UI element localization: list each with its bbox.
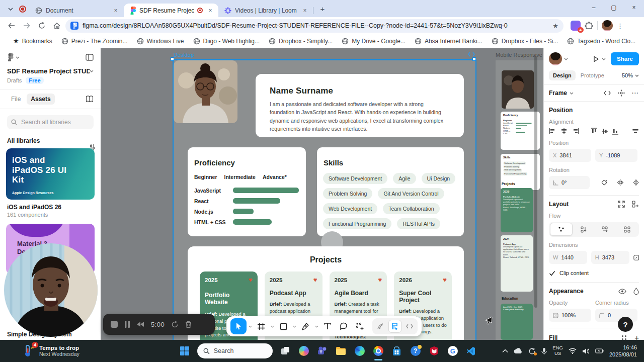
resume-proficiency-card[interactable]: Proficiency Beginner Intermediate Advanc…: [188, 147, 306, 236]
bookmark-item[interactable]: Dropbox - Files - Si...: [488, 36, 562, 46]
opacity-input[interactable]: 100%: [549, 309, 591, 322]
more-options-icon[interactable]: ···: [632, 90, 639, 96]
mcafee-icon[interactable]: [428, 345, 440, 357]
dev-code-icon[interactable]: [604, 90, 611, 96]
bookmark-item[interactable]: Dropbox - Simplify...: [265, 36, 337, 46]
address-bar[interactable]: figma.com/design/8RLOAAn580G5UX4PbultDd/…: [65, 19, 564, 33]
tab-document[interactable]: Document ×: [29, 4, 124, 17]
toggle-sidebar-icon[interactable]: [86, 54, 94, 61]
share-button[interactable]: Share: [611, 52, 639, 65]
dev-mode-code-icon[interactable]: [403, 320, 416, 333]
teams-icon[interactable]: [316, 345, 329, 357]
language-indicator[interactable]: ENGUS: [552, 345, 563, 356]
tab-close-icon[interactable]: ×: [206, 7, 214, 15]
tidy-up-icon[interactable]: [632, 129, 639, 134]
file-title[interactable]: SDF Resume Project STUD...: [7, 67, 90, 75]
design-mode-toggle-selected[interactable]: [388, 320, 401, 333]
align-center-h-icon[interactable]: [560, 128, 568, 134]
bookmark-item[interactable]: Diigo - Web Highlig...: [189, 36, 264, 46]
rotation-input[interactable]: 0°: [549, 176, 590, 189]
back-button[interactable]: [5, 19, 18, 32]
align-bottom-icon[interactable]: [612, 128, 618, 135]
clip-content-checkbox[interactable]: Clip content: [549, 270, 639, 276]
google-icon[interactable]: G: [447, 345, 459, 357]
figma-canvas[interactable]: Desktop Mobile Responsive: [101, 48, 543, 340]
onedrive-icon[interactable]: [514, 348, 523, 354]
bookmark-star-icon[interactable]: ★: [552, 22, 558, 30]
frame-tool-button[interactable]: [254, 319, 269, 334]
resume-portrait-photo[interactable]: [174, 60, 237, 123]
stop-recording-button[interactable]: [110, 320, 118, 328]
zoom-level[interactable]: 50%: [622, 72, 639, 78]
file-explorer-icon[interactable]: [335, 345, 347, 357]
add-auto-layout-icon[interactable]: [632, 201, 639, 208]
webcam-overlay[interactable]: [4, 243, 98, 337]
height-input[interactable]: H3473: [591, 251, 629, 264]
flow-freeform-option[interactable]: [550, 223, 573, 236]
figma-main-menu-icon[interactable]: [7, 53, 20, 61]
align-middle-v-icon[interactable]: [602, 128, 608, 135]
taskbar-weather-widget[interactable]: 4 Temps to drop Next Wednesday: [0, 344, 166, 357]
tab-design[interactable]: Design: [549, 70, 576, 80]
tab-close-icon[interactable]: ×: [301, 7, 309, 15]
y-position-input[interactable]: Y-1089: [595, 149, 637, 162]
rewind-button[interactable]: [136, 321, 144, 327]
shape-tool-chevron-icon[interactable]: [292, 325, 297, 328]
comment-tool-button[interactable]: [336, 319, 351, 334]
minimize-button[interactable]: –: [584, 0, 604, 15]
bookmark-item[interactable]: Windows Live: [133, 36, 188, 46]
shape-tool-button[interactable]: [276, 319, 291, 334]
frame-tool-chevron-icon[interactable]: [270, 325, 275, 328]
edge-icon[interactable]: [354, 345, 366, 357]
tab-prototype[interactable]: Prototype: [577, 70, 608, 80]
reload-button[interactable]: [35, 19, 48, 32]
blend-droplet-icon[interactable]: [633, 288, 639, 295]
bookmark-item-bookmarks[interactable]: ★Bookmarks: [9, 36, 56, 46]
align-right-icon[interactable]: [572, 128, 579, 134]
close-window-button[interactable]: ×: [624, 0, 644, 15]
bookmark-item[interactable]: Tagxedo - Word Clo...: [563, 36, 639, 46]
selection-handle[interactable]: [472, 57, 476, 61]
bookmark-item[interactable]: Prezi - The Zoomin...: [57, 36, 132, 46]
library-book-icon[interactable]: [86, 96, 94, 103]
flip-horizontal-icon[interactable]: [617, 179, 624, 186]
pause-button[interactable]: [125, 321, 130, 328]
flow-grid-option[interactable]: [616, 223, 638, 236]
rotate-icon[interactable]: [601, 179, 608, 186]
pen-tool-button[interactable]: [298, 319, 313, 334]
tab-assets[interactable]: Assets: [27, 94, 54, 105]
task-view-icon[interactable]: [279, 345, 291, 357]
visibility-eye-icon[interactable]: [618, 289, 626, 294]
tab-loom[interactable]: Videos | Library | Loom ×: [218, 4, 313, 17]
vscode-icon[interactable]: [465, 345, 477, 357]
component-props-icon[interactable]: [618, 89, 625, 97]
delete-recording-button[interactable]: [185, 321, 192, 328]
user-avatar[interactable]: [549, 52, 562, 65]
bookmark-item[interactable]: Absa Internet Banki...: [411, 36, 487, 46]
tray-show-hidden-icon[interactable]: [502, 349, 508, 353]
library-search-input[interactable]: Search all libraries: [7, 115, 94, 129]
copilot-icon[interactable]: [298, 345, 310, 357]
tab-file[interactable]: File: [7, 94, 25, 105]
home-button[interactable]: [50, 19, 63, 32]
extension-icon[interactable]: 4: [571, 21, 581, 31]
move-tool-chevron-icon[interactable]: [248, 325, 253, 328]
selection-handle[interactable]: [171, 57, 174, 61]
chrome-icon-active[interactable]: [372, 345, 384, 357]
frame-code-icon[interactable]: [468, 52, 475, 57]
chevron-down-icon[interactable]: [564, 58, 568, 60]
chevron-down-icon[interactable]: [570, 92, 574, 95]
battery-icon[interactable]: [595, 348, 604, 353]
desktop-frame[interactable]: Name Surname I am a passionate and dedic…: [174, 60, 475, 340]
tab-figma-active[interactable]: SDF Resume Project STUDE ×: [124, 4, 218, 17]
start-button[interactable]: [179, 345, 191, 357]
breadcrumb[interactable]: Drafts: [7, 77, 22, 83]
taskbar-clock[interactable]: 16:46 2025/08/01: [609, 344, 637, 358]
frame-label-desktop[interactable]: Desktop: [174, 52, 194, 58]
bookmark-item[interactable]: My Drive - Google...: [338, 36, 410, 46]
text-tool-button[interactable]: [320, 319, 335, 334]
present-play-icon[interactable]: [592, 55, 600, 63]
library-card-ios[interactable]: iOS and iPadOS 26 UI Kit Apple Design Re…: [6, 148, 95, 200]
wifi-icon[interactable]: [569, 348, 577, 354]
flip-vertical-icon[interactable]: [633, 179, 639, 186]
